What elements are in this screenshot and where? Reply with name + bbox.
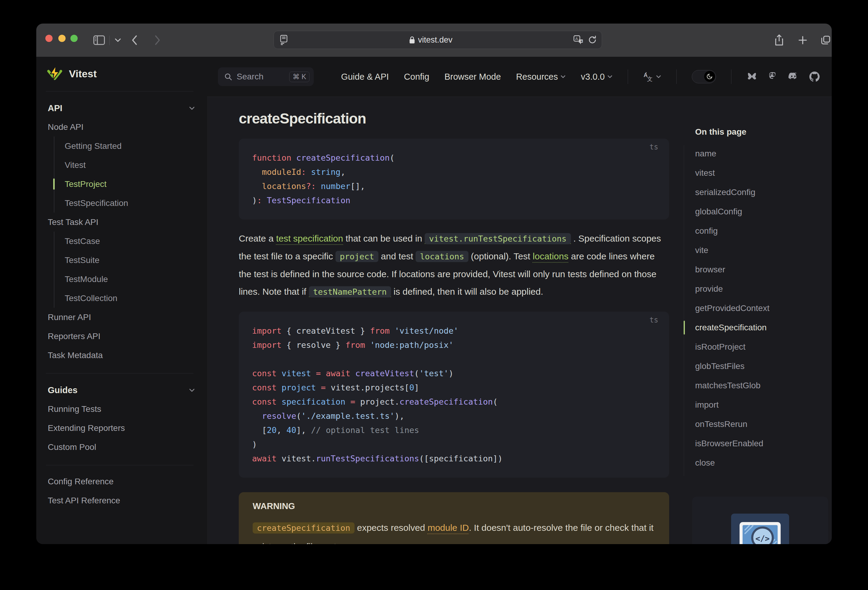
- sidebar-item-testsuite[interactable]: TestSuite: [65, 251, 207, 270]
- svg-text:★: ★: [580, 40, 583, 43]
- aside-item-vitest[interactable]: vitest: [695, 163, 832, 183]
- sidebar-item-testspecification[interactable]: TestSpecification: [65, 194, 207, 213]
- sidebar-item-testproject[interactable]: TestProject: [65, 175, 207, 194]
- aside-item-config[interactable]: config: [695, 221, 832, 241]
- code-token: vitest: [282, 369, 311, 378]
- aside-item-globtestfiles[interactable]: globTestFiles: [695, 357, 832, 376]
- aside-item-isrootproject[interactable]: isRootProject: [695, 337, 832, 357]
- forward-chevron-icon: [154, 35, 161, 46]
- header-divider: [731, 69, 731, 84]
- bluesky-link[interactable]: [747, 72, 757, 81]
- inline-code: locations: [416, 251, 468, 262]
- doc-content: createSpecification ts function createSp…: [239, 97, 669, 544]
- forward-button[interactable]: [151, 24, 164, 57]
- chevron-down-icon: [560, 75, 566, 78]
- share-button[interactable]: [771, 24, 788, 57]
- sidebar-item-test-api-reference[interactable]: Test API Reference: [36, 491, 207, 510]
- sidebar-section-guides[interactable]: Guides: [36, 381, 207, 399]
- aside-guide-line: [683, 145, 684, 476]
- doc-link[interactable]: locations: [533, 251, 568, 261]
- github-link[interactable]: [809, 72, 820, 82]
- aside-item-serializedconfig[interactable]: serializedConfig: [695, 183, 832, 202]
- aside-item-matchestestglob[interactable]: matchesTestGlob: [695, 376, 832, 395]
- code-token: [345, 397, 350, 406]
- minimize-window-button[interactable]: [58, 35, 66, 42]
- chevron-down-icon: [189, 388, 195, 392]
- sidebar-menu-chevron-button[interactable]: [112, 24, 123, 57]
- code-lang-label: ts: [650, 316, 658, 324]
- sidebar-item-reporters-api[interactable]: Reporters API: [36, 327, 207, 346]
- sidebar-item-config-reference[interactable]: Config Reference: [36, 472, 207, 491]
- browser-window: vitest.dev A ★: [36, 24, 832, 544]
- sidebar-item-testmodule[interactable]: TestModule: [65, 270, 207, 289]
- sidebar-toggle-button[interactable]: [93, 24, 106, 57]
- sidebar-item-runner-api[interactable]: Runner API: [36, 308, 207, 327]
- module-id-link[interactable]: module ID: [428, 523, 469, 533]
- code-token: ): [449, 369, 453, 378]
- code-token: =: [321, 383, 326, 392]
- discord-link[interactable]: [788, 72, 799, 81]
- resources-dropdown[interactable]: Resources: [516, 72, 566, 82]
- page-title: createSpecification: [239, 110, 669, 128]
- tab-overview-button[interactable]: [817, 24, 832, 57]
- sidebar-item-running-tests[interactable]: Running Tests: [36, 399, 207, 418]
- ad-card[interactable]: </>: [692, 497, 828, 544]
- doc-page: createSpecification ts function createSp…: [207, 97, 832, 544]
- sidebar-item-task-metadata[interactable]: Task Metadata: [36, 346, 207, 365]
- code-token: await: [252, 454, 276, 463]
- sidebar-item-vitest[interactable]: Vitest: [65, 156, 207, 175]
- ad-illustration: </>: [731, 513, 789, 544]
- aside-item-globalconfig[interactable]: globalConfig: [695, 202, 832, 221]
- reader-view-button[interactable]: [274, 35, 288, 45]
- code-token: [276, 383, 281, 392]
- doc-paragraph: Create a test specification that can be …: [239, 230, 669, 301]
- version-dropdown[interactable]: v3.0.0: [581, 72, 613, 82]
- new-tab-button[interactable]: [794, 24, 811, 57]
- zoom-window-button[interactable]: [71, 35, 78, 42]
- code-token: (: [414, 369, 419, 378]
- sidebar-item-test-task-api[interactable]: Test Task API: [36, 213, 207, 232]
- code-token: [316, 181, 321, 191]
- aside-item-createspecification[interactable]: createSpecification: [695, 318, 832, 337]
- chevron-down-icon: [189, 106, 195, 110]
- sidebar-item-testcollection[interactable]: TestCollection: [65, 289, 207, 308]
- sidebar-item-testcase[interactable]: TestCase: [65, 232, 207, 251]
- moon-icon: [706, 73, 713, 80]
- aside-item-getprovidedcontext[interactable]: getProvidedContext: [695, 299, 832, 318]
- aside-item-ontestsrerun[interactable]: onTestsRerun: [695, 415, 832, 434]
- aside-item-close[interactable]: close: [695, 453, 832, 472]
- sidebar-item-getting started[interactable]: Getting Started: [65, 137, 207, 156]
- url-field[interactable]: vitest.dev A ★: [273, 31, 602, 49]
- translate-icon[interactable]: A ★: [573, 35, 584, 45]
- aside-item-import[interactable]: import: [695, 395, 832, 415]
- close-window-button[interactable]: [45, 35, 53, 42]
- theme-toggle[interactable]: [692, 70, 716, 83]
- language-menu-button[interactable]: A 文: [643, 72, 661, 82]
- paragraph-text: and test: [378, 251, 416, 261]
- sidebar-section-api[interactable]: API: [36, 99, 207, 118]
- sidebar-item-custom-pool[interactable]: Custom Pool: [36, 437, 207, 456]
- nav-links: Guide & APIConfigBrowser Mode: [341, 72, 501, 82]
- nav-link-browser-mode[interactable]: Browser Mode: [444, 72, 501, 82]
- doc-link[interactable]: test specification: [276, 233, 343, 243]
- brand-logo[interactable]: Vitest: [46, 65, 207, 83]
- aside-item-browser[interactable]: browser: [695, 260, 832, 279]
- aside-item-vite[interactable]: vite: [695, 241, 832, 260]
- nav-link-guide-api[interactable]: Guide & API: [341, 72, 389, 82]
- back-button[interactable]: [127, 24, 142, 57]
- doc-code-link[interactable]: testNamePattern: [309, 287, 391, 297]
- sidebar-item-extending-reporters[interactable]: Extending Reporters: [36, 418, 207, 437]
- code-token: [390, 326, 394, 335]
- aside-item-provide[interactable]: provide: [695, 279, 832, 299]
- doc-code-link[interactable]: vitest.runTestSpecifications: [425, 233, 571, 244]
- aside-item-isbrowserenabled[interactable]: isBrowserEnabled: [695, 434, 832, 453]
- nav-link-config[interactable]: Config: [404, 72, 430, 82]
- search-button[interactable]: Search ⌘ K: [218, 67, 314, 86]
- aside-item-name[interactable]: name: [695, 144, 832, 163]
- code-block-signature: ts function createSpecification( moduleI…: [239, 138, 669, 219]
- warning-title: WARNING: [252, 501, 655, 511]
- sidebar-item-node-api[interactable]: Node API: [36, 118, 207, 137]
- browser-toolbar: vitest.dev A ★: [36, 24, 832, 57]
- mastodon-link[interactable]: [768, 72, 777, 82]
- reload-icon[interactable]: [588, 35, 597, 45]
